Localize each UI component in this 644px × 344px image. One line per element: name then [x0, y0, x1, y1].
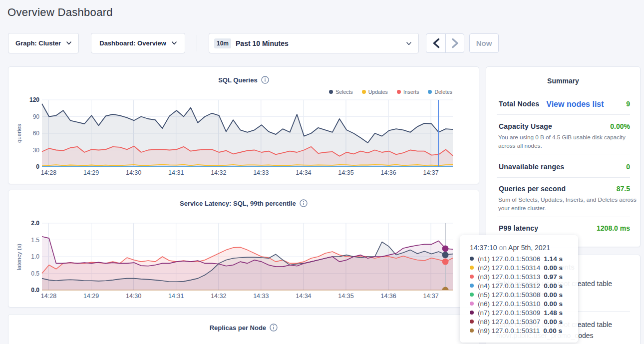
svg-text:14:32: 14:32 [211, 293, 226, 300]
svg-text:0: 0 [36, 163, 39, 170]
svg-text:14:35: 14:35 [338, 169, 353, 176]
svg-text:14:33: 14:33 [253, 293, 269, 300]
svg-text:14:28: 14:28 [41, 169, 56, 176]
svg-text:14:29: 14:29 [83, 169, 99, 176]
svg-text:14:31: 14:31 [168, 293, 184, 300]
svg-text:14:36: 14:36 [380, 293, 396, 300]
svg-text:60: 60 [33, 130, 40, 137]
svg-text:1.5: 1.5 [31, 237, 39, 244]
svg-text:14:37: 14:37 [423, 293, 438, 300]
svg-text:14:33: 14:33 [253, 169, 269, 176]
svg-text:0.0: 0.0 [31, 287, 39, 294]
svg-text:14:30: 14:30 [126, 169, 141, 176]
svg-text:30: 30 [33, 147, 40, 154]
svg-text:14:30: 14:30 [126, 293, 141, 300]
svg-text:14:28: 14:28 [41, 293, 56, 300]
svg-text:14:34: 14:34 [296, 293, 311, 300]
svg-text:14:32: 14:32 [211, 169, 226, 176]
svg-text:14:29: 14:29 [83, 293, 99, 300]
svg-text:14:35: 14:35 [338, 293, 353, 300]
svg-text:14:31: 14:31 [168, 169, 184, 176]
svg-text:1.0: 1.0 [31, 253, 39, 260]
svg-text:14:36: 14:36 [380, 169, 396, 176]
svg-text:90: 90 [33, 113, 40, 120]
svg-text:2.0: 2.0 [31, 220, 39, 227]
svg-text:120: 120 [29, 96, 39, 103]
svg-text:14:34: 14:34 [296, 169, 311, 176]
svg-text:0.5: 0.5 [31, 270, 39, 277]
svg-text:14:37: 14:37 [423, 169, 438, 176]
